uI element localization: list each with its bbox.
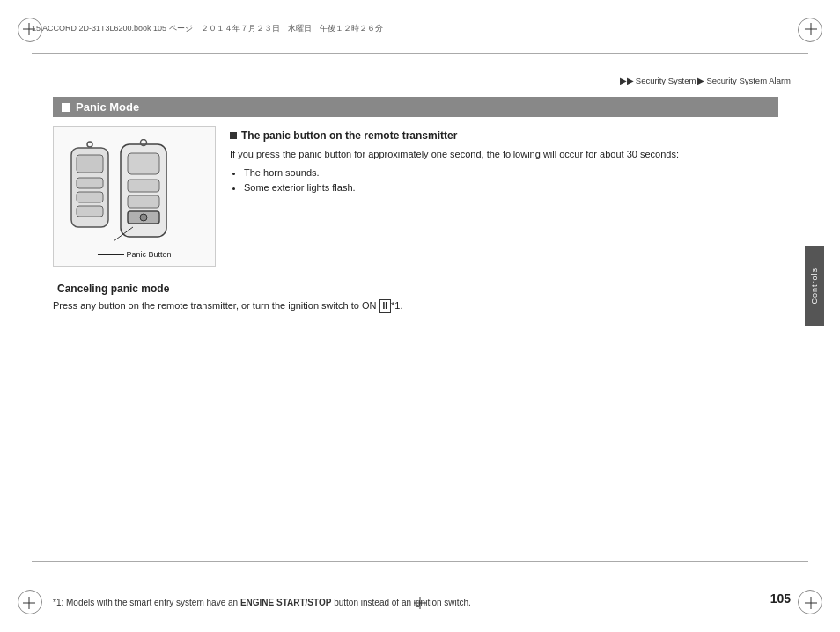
svg-rect-1 — [77, 155, 103, 173]
main-content: Panic Mode — [53, 97, 778, 544]
side-tab-controls: Controls — [805, 246, 824, 326]
footnote-bold-text: ENGINE START/STOP — [240, 598, 332, 607]
bullet-item-1: The horn sounds. — [244, 165, 778, 180]
canceling-title-text: Canceling panic mode — [57, 283, 169, 295]
bullet-list: The horn sounds. Some exterior lights fl… — [244, 165, 778, 195]
svg-rect-9 — [128, 195, 159, 208]
remote-transmitter-title-text: The panic button on the remote transmitt… — [241, 129, 457, 142]
two-col-layout: Panic Button The panic button on the rem… — [53, 126, 778, 267]
breadcrumb-part1: Security System — [636, 76, 696, 85]
footnote: *1: Models with the smart entry system h… — [53, 596, 778, 609]
svg-point-5 — [87, 142, 92, 147]
bottom-rule-line — [32, 561, 808, 562]
remote-transmitter-title: The panic button on the remote transmitt… — [230, 129, 778, 142]
breadcrumb-arrow1: ▶▶ — [620, 76, 634, 85]
svg-rect-3 — [77, 192, 103, 202]
top-rule-line — [32, 53, 808, 54]
remote-transmitter-svg — [64, 139, 205, 254]
breadcrumb-arrow2: ▶ — [697, 76, 704, 85]
section-header-icon — [62, 103, 70, 112]
subsection-icon — [230, 132, 237, 139]
canceling-text-before: Press any button on the remote transmitt… — [53, 300, 379, 311]
right-column: The panic button on the remote transmitt… — [230, 126, 778, 267]
footnote-text-before: Models with the smart entry system have … — [66, 598, 240, 607]
breadcrumb: ▶▶ Security System ▶ Security System Ala… — [620, 76, 791, 85]
remote-transmitter-body: If you press the panic button for approx… — [230, 147, 778, 162]
ignition-symbol: II — [379, 299, 392, 313]
remote-image-container: Panic Button — [53, 126, 216, 267]
panic-button-text: Panic Button — [126, 250, 171, 259]
svg-rect-2 — [77, 178, 103, 188]
reg-cross-bl — [23, 597, 35, 609]
canceling-section: Canceling panic mode Press any button on… — [53, 283, 778, 313]
top-meta-bar: 15 ACCORD 2D-31T3L6200.book 105 ページ ２０１４… — [32, 23, 808, 34]
bullet-item-2: Some exterior lights flash. — [244, 180, 778, 195]
file-info: 15 ACCORD 2D-31T3L6200.book 105 ページ ２０１４… — [32, 23, 383, 34]
canceling-body: Press any button on the remote transmitt… — [53, 298, 778, 313]
breadcrumb-part2: Security System Alarm — [706, 76, 791, 85]
footnote-text-after: button instead of an ignition switch. — [331, 598, 470, 607]
panic-label-line — [97, 254, 123, 255]
svg-rect-4 — [77, 206, 103, 217]
svg-rect-8 — [128, 180, 159, 192]
svg-rect-7 — [128, 153, 159, 174]
panic-button-label: Panic Button — [97, 250, 171, 259]
canceling-title: Canceling panic mode — [53, 283, 778, 295]
reg-cross-br — [805, 597, 817, 609]
page-number: 105 — [770, 592, 791, 606]
side-tab-label: Controls — [810, 268, 819, 305]
svg-point-11 — [140, 214, 147, 221]
footnote-marker: *1: — [53, 598, 66, 607]
section-title: Panic Mode — [76, 100, 139, 114]
canceling-text-after: *1. — [391, 300, 402, 311]
section-header: Panic Mode — [53, 97, 778, 117]
